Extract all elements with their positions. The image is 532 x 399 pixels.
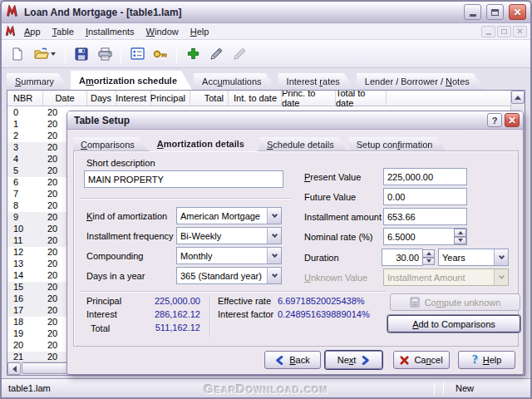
column-header[interactable]: Int. to date bbox=[229, 91, 282, 106]
tab-accumulations[interactable]: Accumulations bbox=[194, 73, 277, 90]
edit-pen-disabled-button bbox=[229, 43, 250, 65]
minimize-button[interactable] bbox=[464, 4, 481, 20]
chevron-down-icon[interactable] bbox=[267, 208, 281, 224]
installment-amount-input[interactable] bbox=[383, 208, 467, 225]
save-button[interactable] bbox=[71, 43, 92, 65]
tab-interest-rates[interactable]: Interest rates bbox=[278, 73, 355, 90]
password-key-icon bbox=[153, 48, 168, 60]
menu-help[interactable]: Help bbox=[185, 25, 215, 38]
toolbar bbox=[2, 40, 530, 68]
installment-frequency-select[interactable]: Bi-Weekly bbox=[176, 227, 282, 244]
dialog-title: Table Setup bbox=[74, 115, 485, 126]
next-button[interactable]: Next bbox=[325, 351, 382, 369]
column-header[interactable]: Total to date bbox=[336, 91, 387, 106]
close-button[interactable]: ✕ bbox=[509, 4, 526, 20]
password-key-button[interactable] bbox=[150, 43, 171, 65]
menu-table[interactable]: Table bbox=[47, 25, 80, 38]
new-file-icon bbox=[11, 47, 24, 61]
main-tab-strip: Summary Amortization schedule Accumulati… bbox=[5, 70, 527, 90]
add-installment-button[interactable] bbox=[182, 43, 204, 65]
present-value-input[interactable] bbox=[383, 168, 467, 185]
tab-amortization-schedule[interactable]: Amortization schedule bbox=[71, 71, 192, 90]
maximize-button[interactable] bbox=[486, 4, 504, 20]
column-header[interactable]: Date bbox=[43, 91, 87, 106]
arrow-up-icon bbox=[515, 96, 521, 100]
print-button[interactable] bbox=[94, 43, 116, 65]
menu-bar: App Table Installments Window Help ✕ bbox=[2, 23, 530, 40]
nominal-rate-spinner[interactable] bbox=[454, 229, 466, 244]
app-logo-icon bbox=[6, 5, 19, 20]
chevron-down-icon[interactable] bbox=[267, 228, 281, 244]
status-filename: table1.lam bbox=[2, 383, 421, 393]
principal-label: Principal bbox=[86, 296, 121, 306]
menu-installments[interactable]: Installments bbox=[80, 25, 140, 38]
duration-spinner[interactable] bbox=[422, 249, 435, 265]
mdi-minimize-button bbox=[481, 26, 495, 37]
duration-unit-select[interactable]: Years bbox=[438, 249, 509, 266]
dialog-close-button[interactable]: ✕ bbox=[505, 113, 520, 127]
open-file-button[interactable] bbox=[30, 43, 60, 65]
compounding-select[interactable]: Monthly bbox=[176, 247, 282, 264]
edit-pen-button[interactable] bbox=[205, 43, 227, 65]
spin-up-icon bbox=[454, 229, 466, 237]
open-file-icon bbox=[34, 47, 49, 60]
edit-pen-disabled-icon bbox=[233, 47, 246, 61]
column-header[interactable]: NBR bbox=[7, 91, 43, 106]
summary-divider bbox=[209, 296, 211, 337]
status-bar: GearDownload.com table1.lam New bbox=[2, 378, 530, 397]
scroll-up-button[interactable] bbox=[511, 91, 525, 104]
save-icon bbox=[75, 47, 88, 61]
short-description-input[interactable] bbox=[84, 170, 283, 188]
scroll-left-button[interactable] bbox=[7, 362, 21, 375]
chevron-down-icon[interactable] bbox=[267, 248, 281, 264]
menu-window[interactable]: Window bbox=[140, 25, 185, 38]
effective-rate-value: 6.69718520025438% bbox=[278, 296, 365, 306]
interest-value: 286,162.12 bbox=[124, 309, 200, 319]
back-button[interactable]: Back bbox=[264, 351, 321, 369]
total-value: 511,162.12 bbox=[124, 323, 200, 332]
installment-frequency-label: Installment frequency bbox=[86, 231, 174, 241]
total-label: Total bbox=[91, 323, 110, 333]
unknown-value-select: Installment Amount bbox=[383, 268, 509, 286]
minimize-icon bbox=[470, 14, 476, 17]
new-file-button[interactable] bbox=[7, 43, 28, 65]
column-header[interactable]: Days bbox=[87, 91, 116, 106]
table-setup-dialog: Table Setup ? ✕ Comparisons Amortization… bbox=[66, 111, 524, 375]
tab-lender-borrower-notes[interactable]: Lender / Borrower / Notes bbox=[357, 73, 485, 90]
column-header[interactable]: Interest bbox=[116, 91, 151, 106]
print-icon bbox=[98, 47, 112, 61]
maximize-icon bbox=[491, 9, 499, 16]
future-value-input[interactable] bbox=[383, 188, 467, 205]
cancel-button[interactable]: Cancel bbox=[393, 351, 450, 369]
status-separator bbox=[434, 382, 435, 395]
dialog-help-button[interactable]: ? bbox=[487, 113, 502, 127]
help-button[interactable]: ? Help bbox=[458, 351, 515, 369]
tab-comparisons[interactable]: Comparisons bbox=[73, 137, 148, 151]
menu-app[interactable]: App bbox=[18, 25, 47, 38]
days-in-year-select[interactable]: 365 (Standard year) bbox=[176, 267, 282, 284]
tab-schedule-details[interactable]: Schedule details bbox=[259, 137, 347, 151]
add-to-comparisons-button[interactable]: Add to Comparisons bbox=[387, 315, 520, 332]
unknown-value-label: Unknown Value bbox=[304, 273, 367, 283]
tab-amortization-details[interactable]: Amortization details bbox=[150, 135, 258, 151]
amortization-details-panel: Short description Kind of amortization A… bbox=[73, 150, 519, 347]
window-titlebar[interactable]: Loan And Mortgage - [table1.lam] ✕ bbox=[2, 2, 530, 23]
table-header-row[interactable]: NBRDateDaysInterestPrincipalTotalInt. to… bbox=[7, 91, 510, 106]
column-header[interactable]: Total bbox=[190, 91, 229, 106]
chevron-left-icon bbox=[275, 356, 284, 365]
tab-summary[interactable]: Summary bbox=[7, 73, 69, 90]
column-header[interactable]: Princ. to date bbox=[282, 91, 336, 106]
table-properties-button[interactable] bbox=[126, 43, 148, 65]
effective-rate-label: Effective rate bbox=[218, 296, 271, 306]
duration-input[interactable] bbox=[382, 249, 423, 266]
chevron-down-icon[interactable] bbox=[267, 268, 281, 283]
separator-line bbox=[80, 198, 293, 200]
mdi-restore-button bbox=[497, 26, 511, 37]
tab-setup-confirmation[interactable]: Setup confirmation bbox=[349, 137, 446, 151]
column-header[interactable]: Principal bbox=[151, 91, 190, 106]
chevron-down-icon[interactable] bbox=[494, 249, 508, 265]
mdi-close-button: ✕ bbox=[513, 26, 527, 37]
arrow-left-icon bbox=[12, 366, 17, 372]
kind-of-amortization-select[interactable]: American Mortgage bbox=[176, 207, 282, 224]
dialog-titlebar[interactable]: Table Setup ? ✕ bbox=[67, 111, 523, 130]
